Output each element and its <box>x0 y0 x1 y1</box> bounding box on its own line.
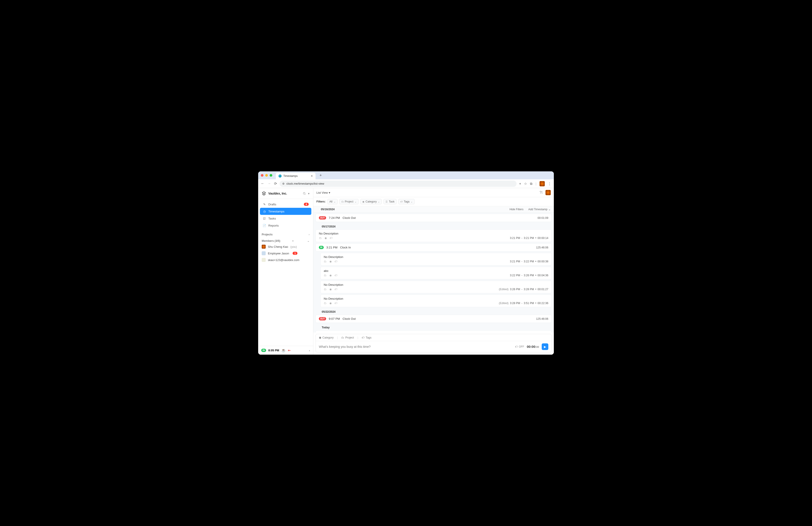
add-timestamp-button[interactable]: Add Timestamp ⌄ <box>528 208 551 211</box>
bookmark-icon[interactable]: ☆ <box>524 182 527 186</box>
org-name: Vauldex, Inc. <box>268 192 301 195</box>
url-field[interactable]: ⚙ clock.me/timestamps/list-view <box>279 181 517 187</box>
timestamp-entry[interactable]: No Description 🗀 ◉ 🏷 3:21 PM - 3:22 PM •… <box>320 253 552 266</box>
org-dropdown-icon[interactable]: ▾ <box>308 192 309 195</box>
filter-category[interactable]: ◉Category⌄ <box>360 199 382 204</box>
view-switcher[interactable]: List View ▾ <box>316 191 330 194</box>
nav-buttons: ← → ⟳ <box>261 182 277 186</box>
composer-category[interactable]: ◉Category <box>319 336 334 339</box>
profile-avatar[interactable] <box>539 181 545 186</box>
tab-close-icon[interactable]: ✕ <box>311 174 313 177</box>
filter-task[interactable]: ☰Task <box>383 199 396 204</box>
tag-icon[interactable]: 🏷 <box>334 274 337 277</box>
search-icon[interactable] <box>303 192 306 195</box>
window-controls <box>261 174 272 177</box>
member-avatar <box>262 251 266 255</box>
close-window[interactable] <box>261 174 263 177</box>
timestamp-entry[interactable]: No Description 🗀 ◉ 🏷 (Edited) 3:26 PM - … <box>320 281 552 293</box>
nav-label: Drafts <box>268 203 276 206</box>
org-header: Vauldex, Inc. ▾ <box>258 188 313 199</box>
start-time: 3:26 PM <box>510 288 520 291</box>
nav-tasks[interactable]: ☑ Tasks <box>260 215 311 222</box>
category-icon[interactable]: ◉ <box>329 288 332 291</box>
start-button[interactable]: ▶ <box>542 343 548 350</box>
drafts-icon: ✎ <box>263 202 266 206</box>
extensions-icon[interactable]: ⧉ <box>530 182 533 186</box>
filter-all[interactable]: All⌄ <box>328 199 338 204</box>
duration: 00:04:36 <box>537 274 548 277</box>
back-button[interactable]: ← <box>261 182 264 186</box>
view-label: List View <box>316 191 328 194</box>
sort-icon[interactable]: ≡ <box>292 239 293 242</box>
expand-icon[interactable]: ▴ <box>309 349 310 352</box>
billable-toggle[interactable]: 🏷OFF <box>515 345 524 348</box>
edited-label: (Edited) <box>499 302 509 305</box>
clock-out-entry[interactable]: OUT 9:07 PM Clock Out 125:46:06 <box>316 315 552 323</box>
start-time: 3:28 PM <box>510 302 520 305</box>
end-time: 3:26 PM <box>524 274 534 277</box>
site-settings-icon[interactable]: ⚙ <box>282 182 285 185</box>
composer-project[interactable]: 🗀Project <box>342 336 354 339</box>
nav-reports[interactable]: 📄 Reports <box>260 222 311 229</box>
tag-icon[interactable]: 🏷 <box>334 260 337 263</box>
clock-in-entry[interactable]: IN 8:05 PM Clock In <box>316 330 552 332</box>
composer: ◉Category | 🗀Project | 🏷Tags 🏷OFF 00:00:… <box>316 334 552 353</box>
date-header: Today <box>316 324 552 330</box>
tag-icon[interactable]: 🏷 <box>334 302 337 305</box>
clock-out-entry[interactable]: OUT 7:24 PM Clock Out 00:01:09 <box>316 214 552 222</box>
composer-input[interactable] <box>319 345 512 349</box>
status-in-pill: IN <box>261 349 266 352</box>
clock-in-entry[interactable]: IN 3:21 PM Clock In 125:46:06 <box>316 243 552 252</box>
member-row[interactable]: skao+123@vauldex.com <box>258 257 313 263</box>
filter-tags[interactable]: 🏷Tags⌄ <box>398 199 415 204</box>
timestamp-entry[interactable]: abc 🗀 ◉ 🏷 3:22 PM - 3:26 PM • 00:04:36 <box>320 267 552 279</box>
category-icon[interactable]: ◉ <box>329 302 332 305</box>
member-row[interactable]: Employee Jason 1 <box>258 250 313 257</box>
reload-button[interactable]: ⟳ <box>274 182 277 186</box>
new-tab-button[interactable]: + <box>319 173 322 178</box>
folder-icon[interactable]: 🗀 <box>324 274 327 277</box>
maximize-window[interactable] <box>270 174 272 177</box>
folder-icon[interactable]: 🗀 <box>324 260 327 263</box>
entry-duration: 00:01:09 <box>537 216 548 219</box>
entry-title: No Description <box>324 283 548 286</box>
menu-icon[interactable]: ⋮ <box>548 182 551 186</box>
timestamp-entry[interactable]: No Description 🗀 ◉ 🏷 (Edited) 3:28 PM - … <box>320 295 552 307</box>
composer-main-row: 🏷OFF 00:00:00 ▶ <box>316 341 551 352</box>
category-icon[interactable]: ◉ <box>329 274 332 277</box>
break-icon[interactable]: ☕ <box>281 348 286 353</box>
user-avatar[interactable] <box>546 190 551 195</box>
tag-icon[interactable]: 🏷 <box>334 288 337 291</box>
forward-button[interactable]: → <box>267 182 271 186</box>
member-badge: 1 <box>293 252 298 255</box>
clock-out-icon[interactable]: ⇤ <box>288 348 291 353</box>
category-icon[interactable]: ◉ <box>329 260 332 263</box>
end-time: 3:22 PM <box>524 260 534 263</box>
start-time: 3:21 PM <box>510 237 520 240</box>
folder-icon: 🗀 <box>342 200 344 203</box>
folder-icon[interactable]: 🗀 <box>319 237 322 240</box>
nav-drafts[interactable]: ✎ Drafts 4 <box>260 201 311 208</box>
sidebar: Vauldex, Inc. ▾ ✎ Drafts 4 ◷ Timestamps … <box>258 188 313 355</box>
nav-timestamps[interactable]: ◷ Timestamps <box>260 208 311 215</box>
help-icon[interactable]: ?⃝ <box>539 190 543 195</box>
category-icon[interactable]: ◉ <box>324 237 327 240</box>
hide-filters-button[interactable]: Hide Filters <box>509 208 523 211</box>
entry-time: 9:07 PM <box>329 317 340 321</box>
favicon <box>278 174 281 177</box>
member-row[interactable]: Shu Cheng Kao (you) <box>258 243 313 250</box>
folder-icon[interactable]: 🗀 <box>324 288 327 291</box>
folder-icon[interactable]: 🗀 <box>324 302 327 305</box>
location-icon[interactable]: ⌖ <box>519 182 521 186</box>
filter-project[interactable]: 🗀Project⌄ <box>339 199 359 204</box>
composer-tags[interactable]: 🏷Tags <box>362 336 371 339</box>
timestamp-entry[interactable]: No Description 🗀 ◉ 🏷 3:21 PM - 3:21 PM •… <box>316 229 552 242</box>
projects-heading[interactable]: Projects › <box>258 231 313 237</box>
browser-tab[interactable]: Timestamps ✕ <box>276 173 316 179</box>
timestamp-list[interactable]: OUT 7:24 PM Clock Out 00:01:09 05/17/202… <box>313 212 554 332</box>
tag-icon[interactable]: 🏷 <box>330 237 333 240</box>
minimize-window[interactable] <box>265 174 268 177</box>
members-heading[interactable]: Members (3/5) ≡ ⌄ <box>258 237 313 243</box>
tag-icon: 🏷 <box>400 200 403 203</box>
member-name: Shu Cheng Kao <box>268 245 288 248</box>
